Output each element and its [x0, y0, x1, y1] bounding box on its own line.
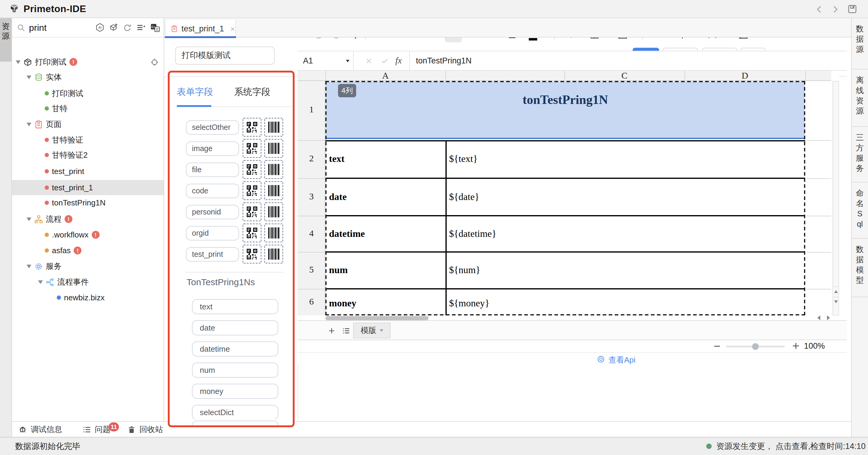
- nav-back-icon[interactable]: [815, 5, 824, 14]
- row-header[interactable]: 2: [298, 153, 326, 164]
- debug-info-button[interactable]: 调试信息: [31, 424, 62, 435]
- row-header[interactable]: 3: [298, 192, 326, 202]
- problems-button[interactable]: 问题: [95, 424, 111, 435]
- scroll-left-button[interactable]: [814, 315, 823, 320]
- scroll-right-button[interactable]: [824, 315, 832, 320]
- tree-item-workflows[interactable]: 流程 !: [12, 211, 163, 227]
- tab-system-fields[interactable]: 系统字段: [234, 86, 271, 98]
- cell[interactable]: datetime: [329, 228, 365, 239]
- fx-icon[interactable]: fx: [395, 56, 402, 66]
- field-chip[interactable]: test_print: [186, 247, 239, 262]
- field-chip[interactable]: personid: [186, 205, 239, 219]
- zoom-out-icon[interactable]: [713, 342, 721, 350]
- ai-assistant-icon[interactable]: [95, 23, 104, 32]
- caret-down-icon[interactable]: [27, 217, 31, 221]
- row-header[interactable]: 4: [298, 228, 326, 239]
- tab-form-fields[interactable]: 表单字段: [177, 86, 213, 98]
- new-module-icon[interactable]: [109, 23, 118, 32]
- barcode-icon[interactable]: [265, 160, 283, 179]
- cell[interactable]: ${money}: [449, 298, 490, 309]
- qr-code-icon[interactable]: [243, 202, 261, 221]
- tree-item-page-tontestpring1n[interactable]: tonTestPring1N: [12, 195, 163, 210]
- formula-value[interactable]: tonTestPring1N: [416, 56, 472, 65]
- locate-icon[interactable]: [150, 58, 159, 66]
- scroll-up-button[interactable]: [832, 286, 839, 296]
- zoom-slider-thumb[interactable]: [752, 343, 759, 350]
- caret-down-icon[interactable]: [27, 264, 31, 268]
- close-tab-icon[interactable]: [230, 26, 236, 32]
- caret-down-icon[interactable]: [27, 75, 31, 79]
- barcode-icon[interactable]: [265, 245, 283, 263]
- row-header[interactable]: 1: [298, 105, 326, 115]
- tree-item-flow-events[interactable]: 流程事件: [12, 274, 163, 289]
- tree-item-page-gantt-check2[interactable]: 甘特验证2: [12, 147, 163, 163]
- refresh-icon[interactable]: [123, 23, 132, 32]
- row-header[interactable]: 5: [298, 265, 326, 275]
- tree-item-newbiz-bizx[interactable]: newbiz.bizx: [12, 290, 163, 305]
- cell[interactable]: ${date}: [449, 192, 479, 202]
- rail-tab-data-model[interactable]: 数据模型: [852, 239, 868, 297]
- sub-field-chip-partial[interactable]: [192, 421, 278, 427]
- caret-down-icon[interactable]: [16, 60, 21, 64]
- cell[interactable]: num: [329, 265, 348, 276]
- nav-forward-icon[interactable]: [831, 5, 840, 14]
- sub-field-chip[interactable]: datetime: [192, 341, 278, 357]
- column-header[interactable]: A: [326, 71, 445, 81]
- spreadsheet-grid[interactable]: A B C D 1 2 3 4 5 6 tonTestPring1N 4列: [298, 71, 839, 320]
- tree-item-page-gantt-check[interactable]: 甘特验证: [12, 132, 163, 147]
- column-header[interactable]: C: [564, 71, 684, 81]
- sub-field-chip[interactable]: text: [192, 299, 278, 314]
- cell-reference[interactable]: A1: [303, 56, 313, 65]
- cell[interactable]: ${num}: [449, 265, 480, 276]
- rail-tab-datasource[interactable]: 数据源: [852, 18, 868, 69]
- tree-item-page-test-print[interactable]: test_print: [12, 164, 163, 179]
- cell[interactable]: date: [329, 192, 347, 202]
- translate-icon[interactable]: [150, 23, 160, 32]
- caret-down-icon[interactable]: [27, 122, 31, 126]
- horizontal-scrollbar-thumb[interactable]: [326, 316, 429, 320]
- tree-item-asfas[interactable]: asfas !: [12, 243, 163, 258]
- rail-tab-resources[interactable]: 资源: [0, 18, 11, 62]
- sub-field-chip[interactable]: date: [192, 320, 278, 335]
- tree-item-workflowx[interactable]: .workflowx !: [12, 227, 163, 242]
- barcode-icon[interactable]: [265, 139, 283, 158]
- barcode-icon[interactable]: [265, 202, 283, 221]
- cell[interactable]: ${datetime}: [449, 228, 496, 239]
- row-header[interactable]: 6: [298, 297, 326, 307]
- tree-item-services[interactable]: 服务: [12, 259, 163, 274]
- vertical-scrollbar[interactable]: [832, 81, 839, 315]
- chevron-down-icon[interactable]: [346, 60, 349, 62]
- column-header[interactable]: D: [684, 71, 805, 81]
- zoom-in-icon[interactable]: [791, 341, 800, 350]
- view-api-link[interactable]: 查看Api: [609, 355, 636, 366]
- field-chip[interactable]: file: [186, 163, 239, 177]
- qr-code-icon[interactable]: [243, 245, 261, 263]
- cell[interactable]: money: [329, 298, 356, 309]
- sub-field-chip[interactable]: money: [192, 384, 278, 399]
- confirm-entry-icon[interactable]: [381, 57, 389, 65]
- qr-code-icon[interactable]: [243, 139, 261, 158]
- field-chip[interactable]: orgid: [186, 226, 239, 240]
- qr-code-icon[interactable]: [243, 118, 261, 137]
- field-chip[interactable]: code: [186, 184, 239, 198]
- collapse-list-icon[interactable]: [136, 23, 146, 32]
- sub-field-chip[interactable]: num: [192, 363, 278, 378]
- save-all-icon[interactable]: [847, 4, 857, 14]
- add-sheet-icon[interactable]: [328, 327, 336, 335]
- barcode-icon[interactable]: [265, 181, 283, 200]
- tree-item-project[interactable]: 打印测试 !: [12, 54, 163, 69]
- chevron-down-icon[interactable]: [379, 329, 383, 332]
- sheet-tab[interactable]: 模版: [353, 323, 391, 338]
- cell[interactable]: text: [329, 153, 345, 164]
- rail-tab-third-party-services[interactable]: 三方服务: [852, 127, 868, 182]
- rail-tab-named-sql[interactable]: 命名Sql: [852, 182, 868, 239]
- scroll-down-button[interactable]: [832, 297, 839, 306]
- search-input[interactable]: print: [29, 22, 46, 33]
- sheet-list-icon[interactable]: [342, 327, 350, 335]
- template-name-input[interactable]: [175, 47, 275, 65]
- qr-code-icon[interactable]: [243, 224, 261, 242]
- field-chip[interactable]: image: [186, 141, 239, 156]
- field-chip[interactable]: selectOther: [186, 120, 239, 135]
- cancel-entry-icon[interactable]: [365, 57, 372, 65]
- tree-item-page-test-print-1[interactable]: test_print_1: [12, 180, 163, 195]
